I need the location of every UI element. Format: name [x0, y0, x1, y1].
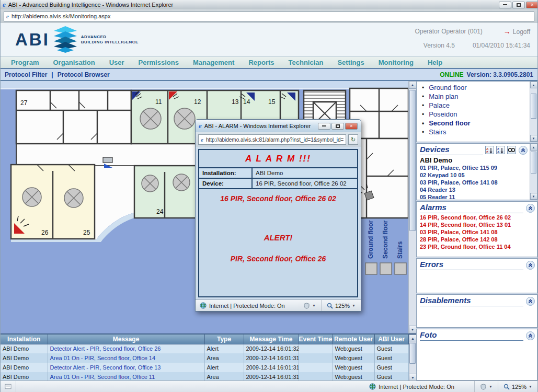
- scroll-down-icon[interactable]: ▼: [530, 135, 537, 142]
- logoff-link[interactable]: →Logoff: [503, 27, 530, 36]
- alarms-collapse-button[interactable]: [526, 204, 535, 213]
- alarm-item[interactable]: 03 PIR, Palace, Office 141 08: [417, 228, 537, 236]
- device-item[interactable]: 05 Reader 11: [417, 193, 530, 200]
- sidebar-item-ground-floor[interactable]: •Ground floor: [420, 83, 530, 92]
- menu-settings[interactable]: Settings: [337, 59, 364, 66]
- scroll-up-icon[interactable]: ▲: [530, 144, 537, 151]
- minimize-button[interactable]: [499, 2, 511, 8]
- scroll-up-icon[interactable]: ▲: [530, 82, 537, 88]
- menu-monitoring[interactable]: Monitoring: [379, 59, 414, 66]
- device-item[interactable]: 01 PIR, Palace, Office 115 09: [417, 164, 530, 171]
- alarm-item[interactable]: 23 PIR, Ground floor, Office 11 04: [417, 243, 537, 250]
- protocol-separator: |: [51, 71, 53, 78]
- popup-address-bar: e http://abidemo.alvis.sk:81/alarm.php?i…: [196, 132, 361, 147]
- compat-button[interactable]: ▼: [475, 381, 498, 392]
- magnifier-icon: [327, 303, 333, 309]
- bullet-icon: •: [422, 84, 424, 91]
- ie-logo-icon: e: [199, 122, 202, 130]
- sort-az-icon[interactable]: AZ: [485, 146, 494, 154]
- window-titlebar: e ABI - Advanced Building Intelligence -…: [1, 0, 537, 9]
- protocol-browser-link[interactable]: Protocol Browser: [58, 71, 110, 78]
- sidebar-item-palace[interactable]: •Palace: [420, 101, 530, 110]
- sidebar-item-main-plan[interactable]: •Main plan: [420, 92, 530, 101]
- table-row[interactable]: ABI Demo Area 01 On - PIR, Second floor,…: [1, 353, 408, 363]
- plan-scrollbar-thumb[interactable]: [409, 90, 416, 231]
- device-item[interactable]: 03 PIR, Palace, Office 141 08: [417, 179, 530, 186]
- alert-line: ALERT!: [199, 233, 357, 242]
- popup-url-input[interactable]: e http://abidemo.alvis.sk:81/alarm.php?i…: [198, 134, 346, 145]
- plan-item-label: Main plan: [429, 93, 458, 100]
- refresh-icon[interactable]: ↻: [348, 134, 358, 145]
- popup-compat-button[interactable]: ▼: [298, 300, 322, 311]
- table-row[interactable]: ABI Demo Detector Alert - PIR, Second fl…: [1, 363, 408, 372]
- floor-button-second[interactable]: Second floor: [382, 220, 389, 259]
- app-version: Version 4.5: [423, 42, 455, 49]
- disablements-collapse-button[interactable]: [526, 297, 535, 306]
- menu-help[interactable]: Help: [428, 59, 442, 66]
- devices-scrollbar[interactable]: ▲ ▼: [530, 144, 537, 200]
- table-row[interactable]: ABI Demo Detector Alert - PIR, Second fl…: [1, 344, 408, 353]
- room-label-11: 11: [155, 98, 162, 106]
- foto-collapse-button[interactable]: [526, 331, 535, 340]
- plans-scrollbar-thumb[interactable]: [531, 94, 536, 119]
- close-button[interactable]: ×: [526, 2, 537, 8]
- search-icon[interactable]: [507, 146, 516, 154]
- menu-user[interactable]: User: [109, 59, 124, 66]
- protocol-version: Version: 3.3.0905.2801: [467, 71, 533, 78]
- alarm-item[interactable]: 16 PIR, Second floor, Office 26 02: [417, 214, 537, 221]
- protocol-filter-link[interactable]: Protocol Filter: [5, 71, 47, 78]
- sidebar-item-stairs[interactable]: •Stairs: [420, 128, 530, 136]
- popup-maximize-button[interactable]: [331, 123, 344, 130]
- plan-item-label: Poseidon: [429, 110, 457, 118]
- floor-button-stairs[interactable]: Stairs: [396, 241, 404, 259]
- plan-scrollbar[interactable]: ▲ ▼: [408, 81, 416, 333]
- devices-collapse-button[interactable]: [519, 146, 528, 155]
- cell: ABI Demo: [1, 372, 48, 381]
- floor-ground-button-box[interactable]: [365, 263, 377, 274]
- menu-organisation[interactable]: Organisation: [53, 59, 95, 66]
- popup-minimize-button[interactable]: [318, 123, 330, 130]
- sidebar-item-second-floor[interactable]: •Second floor: [420, 119, 530, 128]
- table-scrollbar[interactable]: ▲ ▼: [409, 335, 417, 381]
- installation-row: Installation: ABI Demo: [199, 168, 357, 179]
- logo-layers-icon: [54, 26, 77, 53]
- scroll-up-icon[interactable]: ▲: [409, 335, 417, 342]
- svg-text:Z: Z: [486, 151, 488, 154]
- menu-program[interactable]: Program: [11, 59, 39, 66]
- menu-technician[interactable]: Technician: [289, 59, 324, 66]
- url-input[interactable]: e http://abidemo.alvis.sk/Monitoring.asp…: [4, 11, 534, 21]
- errors-collapse-button[interactable]: [526, 261, 535, 270]
- scroll-up-icon[interactable]: ▲: [409, 81, 417, 89]
- menu-management[interactable]: Management: [193, 59, 234, 66]
- table-scrollbar-thumb[interactable]: [409, 343, 416, 364]
- floor-second-button-box[interactable]: [380, 263, 392, 274]
- devices-scrollbar-thumb[interactable]: [531, 152, 536, 174]
- room-label-15: 15: [268, 98, 276, 106]
- scroll-down-icon[interactable]: ▼: [409, 374, 417, 381]
- address-bar: e http://abidemo.alvis.sk/Monitoring.asp…: [1, 9, 537, 23]
- scroll-down-icon[interactable]: ▼: [530, 193, 537, 200]
- device-item[interactable]: 02 Keypad 10 05: [417, 171, 530, 179]
- alarm-device-line: 16 PIR, Second floor, Office 26 02: [199, 194, 357, 203]
- table-row[interactable]: ABI Demo Area 01 On - PIR, Second floor,…: [1, 372, 408, 381]
- plans-scrollbar[interactable]: ▲ ▼: [530, 82, 537, 142]
- menu-reports[interactable]: Reports: [248, 59, 274, 66]
- menu-permissions[interactable]: Permissions: [139, 59, 179, 66]
- alarm-item[interactable]: 28 PIR, Palace, Office 142 08: [417, 236, 537, 243]
- zoom-control[interactable]: 125% ▼: [498, 381, 537, 392]
- device-item[interactable]: 04 Reader 13: [417, 186, 530, 193]
- alarm-item[interactable]: 14 PIR, Second floor, Office 13 01: [417, 221, 537, 228]
- floor-stairs-button-box[interactable]: [395, 263, 406, 274]
- popup-zoom-control[interactable]: 125% ▼: [322, 300, 361, 311]
- popup-close-button[interactable]: ×: [345, 123, 358, 130]
- floor-button-ground[interactable]: Ground floor: [367, 220, 374, 259]
- maximize-button[interactable]: [512, 2, 525, 8]
- sort-za-icon[interactable]: ZA: [496, 146, 505, 154]
- logoff-label: Logoff: [513, 28, 530, 36]
- popup-titlebar[interactable]: e ABI - ALARM - Windows Internet Explore…: [196, 120, 361, 132]
- sidebar-item-poseidon[interactable]: •Poseidon: [420, 110, 530, 119]
- cell: Guest: [374, 353, 408, 363]
- scroll-down-icon[interactable]: ▼: [409, 326, 417, 333]
- page-icon: e: [6, 13, 9, 19]
- col-message: Message: [48, 335, 204, 344]
